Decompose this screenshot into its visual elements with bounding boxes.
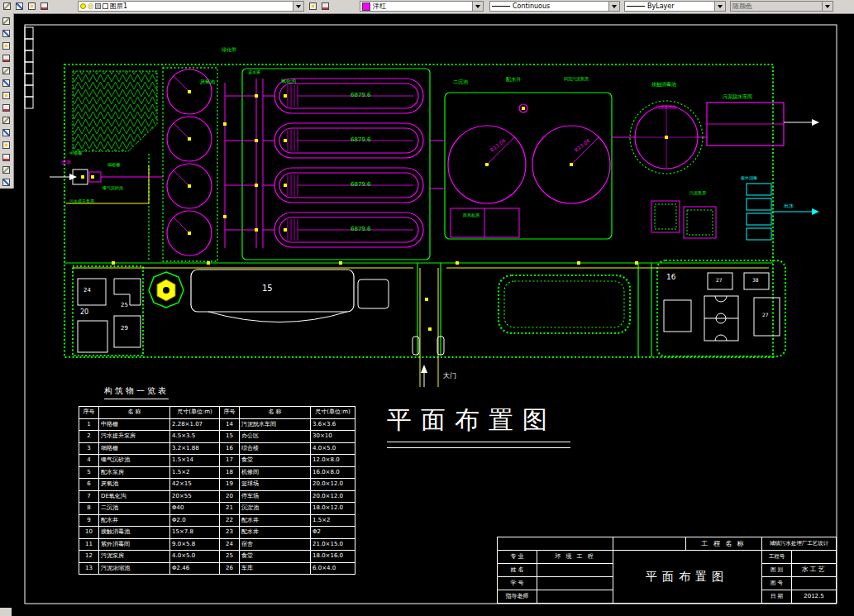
valve-marker	[284, 94, 287, 98]
valve-marker	[188, 90, 191, 93]
layer-properties-icon[interactable]	[1, 0, 13, 12]
drawing-label: 配水井	[506, 77, 521, 82]
table-cell: 曝气沉砂池	[99, 455, 170, 467]
color-control-icon[interactable]	[307, 0, 319, 12]
linetype-combo-value: Continuous	[513, 2, 608, 10]
table-cell: 4.0×5.0	[311, 442, 355, 455]
ellipse-icon[interactable]	[0, 139, 12, 150]
table-cell: 18	[220, 466, 240, 479]
drawing-label: 鼓风机房	[463, 213, 479, 217]
construction-line-icon[interactable]	[0, 27, 12, 39]
line-icon[interactable]	[0, 15, 12, 26]
valve-marker	[207, 261, 210, 265]
table-cell: 15	[220, 431, 240, 443]
polyline-icon[interactable]	[0, 52, 12, 64]
status-chip	[0, 608, 12, 616]
table-cell: 停车场	[240, 490, 311, 503]
polyline-icon	[2, 55, 10, 62]
layer-color-chip	[103, 3, 108, 9]
layer-states-icon[interactable]	[38, 0, 50, 12]
hatch-icon[interactable]	[0, 176, 12, 188]
linetype-combo-dropdown-button[interactable]	[608, 2, 619, 11]
layer-states-icon	[41, 2, 48, 10]
drawing-label: 16	[666, 274, 675, 281]
layer-previous-icon[interactable]	[26, 0, 38, 12]
color-combo-dropdown-button[interactable]	[472, 2, 483, 11]
chevron-down-icon	[296, 5, 301, 8]
table-cell: 配水井	[99, 514, 170, 527]
linetype-control-combo[interactable]: Continuous	[489, 1, 620, 12]
table-row: 9配水井Φ2.022配水井1.5×2	[79, 514, 355, 527]
drawing-label: 6879.6	[351, 137, 371, 143]
table-cell: 配水井	[240, 514, 311, 527]
drawing-label: 紫外消毒	[741, 176, 757, 180]
table-cell: 5	[79, 466, 99, 479]
table-cell: 篮球场	[240, 479, 311, 491]
drawing-label: 绿化带	[222, 47, 236, 52]
layer-combo-dropdown-button[interactable]	[293, 2, 303, 11]
table-cell: 4	[79, 455, 99, 467]
table-cell: 2.28×1.07	[170, 418, 220, 431]
table-cell: 8	[79, 503, 99, 515]
drawing-label: 27	[716, 278, 723, 283]
lineweight-combo-dropdown-button[interactable]	[714, 2, 725, 11]
sheet-type-label: 图 别	[762, 563, 791, 576]
table-row: 2污水提升泵房4.5×3.515办公区30×10	[79, 431, 355, 443]
drawing-label: 污泥浓缩池	[656, 105, 676, 109]
student-id-value	[537, 576, 613, 590]
make-layer-current-icon[interactable]	[13, 0, 26, 12]
drawing-label: 6879.6	[351, 93, 371, 98]
lineweight-control-combo[interactable]: ByLayer	[624, 1, 726, 12]
drawing-label: R13.04	[489, 138, 507, 153]
color-control-combo[interactable]: 洋红	[360, 1, 484, 12]
valve-marker	[91, 175, 94, 179]
layer-translate-icon	[322, 2, 329, 10]
valve-marker	[577, 261, 580, 265]
drawing-label: 出水	[784, 203, 794, 208]
chevron-down-icon	[475, 5, 480, 8]
valve-marker	[428, 327, 432, 331]
table-row: 7DE氧化沟20×5520停车场20.0×12.0	[79, 490, 355, 503]
valve-marker	[188, 184, 191, 188]
make-block-icon[interactable]	[0, 164, 12, 175]
drawing-label: R13.04	[574, 138, 591, 153]
ellipse-icon	[2, 141, 10, 149]
layer-translate-icon[interactable]	[319, 0, 332, 12]
table-cell: Φ40	[170, 503, 220, 515]
drawing-label: 氧化沟	[281, 79, 296, 84]
multiline-icon	[2, 42, 10, 50]
multiline-icon[interactable]	[0, 40, 12, 51]
table-cell: 宿舍	[240, 538, 311, 551]
chevron-down-icon	[718, 5, 723, 8]
process-units	[89, 69, 784, 255]
table-cell: 4.5×3.5	[170, 431, 220, 443]
valve-marker	[255, 184, 258, 187]
lineweight-combo-value: ByLayer	[647, 2, 714, 10]
table-cell: 20.0×12.0	[311, 479, 355, 491]
polygon-icon[interactable]	[0, 64, 12, 76]
drawing-label: 6879.6	[351, 227, 371, 232]
table-cell: 10	[79, 527, 99, 539]
advisor-value	[537, 590, 613, 603]
insert-block-icon[interactable]	[0, 151, 12, 163]
chevron-down-icon	[612, 5, 617, 8]
circle-icon[interactable]	[0, 102, 12, 113]
valve-marker	[570, 163, 573, 166]
plotstyle-control-combo: 随颜色	[730, 1, 833, 12]
table-cell: 4.0×5.0	[170, 551, 220, 563]
table-row: 1中格栅2.28×1.0714污泥脱水车间3.6×3.6	[79, 418, 355, 431]
table-cell: 9.0×5.8	[170, 538, 220, 551]
toolbar-icon-group-mid	[307, 0, 332, 16]
layer-control-combo[interactable]: 图层1	[78, 1, 304, 12]
table-cell: 3.2×1.88	[170, 442, 220, 455]
arc-icon[interactable]	[0, 89, 12, 101]
table-cell: 24	[220, 538, 240, 551]
rectangle-icon[interactable]	[0, 77, 12, 88]
table-cell: 18.0×16.0	[311, 551, 355, 563]
table-header-cell: 名 称	[99, 407, 170, 419]
table-cell: 15×7.8	[170, 527, 220, 539]
drawing-label: 污泥泵房	[689, 191, 706, 195]
revision-cloud-icon[interactable]	[0, 114, 12, 126]
drawing-label: 二沉池	[453, 79, 468, 84]
spline-icon[interactable]	[0, 127, 12, 138]
